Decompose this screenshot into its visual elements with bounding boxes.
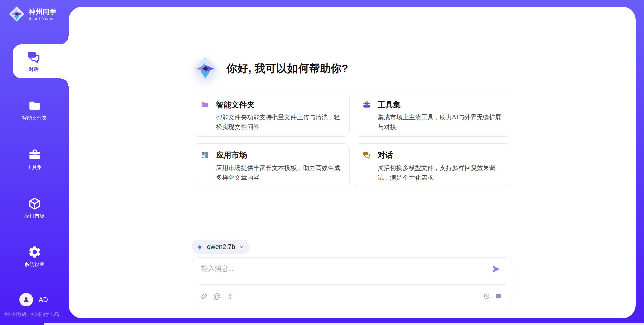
- horizontal-scrollbar[interactable]: [44, 323, 644, 325]
- composer: @ #: [193, 257, 511, 305]
- sidebar-item-chat[interactable]: 对话: [13, 44, 69, 78]
- chat-bubbles-icon: [26, 50, 41, 64]
- sidebar-item-settings[interactable]: 系统设置: [0, 245, 69, 268]
- send-button[interactable]: [491, 264, 501, 274]
- avatar: [19, 293, 33, 306]
- sidebar-item-label: 系统设置: [0, 261, 69, 268]
- history-icon: [483, 292, 490, 300]
- feature-card-app-market[interactable]: 应用市场 应用市场提供丰富长文本模板，助力高效生成多样化文章内容: [193, 143, 350, 187]
- card-title: 应用市场: [216, 150, 247, 160]
- cube-icon: [28, 197, 42, 211]
- card-head: 工具集: [362, 100, 507, 109]
- feature-card-toolset[interactable]: 工具集 集成市场上主流工具，助力AI与外界无缝扩展与对接: [355, 93, 511, 137]
- user-initials: AD: [39, 296, 48, 304]
- card-title: 智能文件夹: [216, 100, 255, 110]
- sidebar-item-label: 智能文件夹: [0, 115, 69, 121]
- sidebar-item-label: 对话: [13, 66, 54, 73]
- sidebar-item-toolset[interactable]: 工具集: [0, 148, 69, 171]
- brand-tagline: Smart Vision: [29, 16, 57, 20]
- brand-name: 神州问学: [29, 8, 57, 16]
- card-description: 智能文件夹功能支持批量文件上传与清洗，轻松实现文件问答: [216, 112, 346, 132]
- topic-button[interactable]: #: [226, 292, 234, 301]
- chat-bubble-icon: [495, 292, 502, 300]
- diamond-logo-icon: [196, 243, 204, 251]
- model-selector[interactable]: qwen2:7b: [192, 240, 250, 254]
- brand-text: 神州问学 Smart Vision: [29, 8, 57, 20]
- card-head: 应用市场: [201, 150, 346, 160]
- copyright-footer: ©神州数码 · 神州问学出品: [4, 312, 59, 318]
- send-icon: [491, 264, 501, 274]
- card-description: 应用市场提供丰富长文本模板，助力高效生成多样化文章内容: [216, 163, 346, 182]
- message-input[interactable]: [201, 262, 484, 274]
- sidebar: 神州问学 Smart Vision 对话 智能文件夹 工具集 应用市场 系统设置: [0, 0, 69, 325]
- composer-tools: @ #: [200, 292, 234, 301]
- attach-button[interactable]: [200, 292, 208, 301]
- app-grid-icon: [201, 151, 209, 159]
- model-name: qwen2:7b: [207, 243, 235, 251]
- tab-top-fillet: [61, 36, 69, 44]
- brand-logo: 神州问学 Smart Vision: [8, 5, 57, 23]
- gear-icon: [28, 245, 42, 259]
- person-icon: [22, 295, 31, 304]
- diamond-logo-icon: [8, 5, 25, 23]
- composer-right-tools: [483, 292, 503, 300]
- card-description: 灵活切换多模型文件，支持多样回复效果调试，满足个性化需求: [378, 163, 507, 182]
- card-description: 集成市场上主流工具，助力AI与外界无缝扩展与对接: [378, 112, 507, 132]
- paperclip-icon: [201, 293, 208, 300]
- chevron-down-icon: [239, 244, 244, 250]
- greeting-title: 你好, 我可以如何帮助你?: [226, 61, 348, 76]
- card-title: 对话: [378, 150, 393, 160]
- composer-divider: [198, 284, 506, 285]
- mention-button[interactable]: @: [213, 292, 221, 301]
- feature-card-smart-folders[interactable]: 智能文件夹 智能文件夹功能支持批量文件上传与清洗，轻松实现文件问答: [193, 93, 350, 137]
- toolbox-icon: [28, 148, 42, 162]
- feature-card-chat[interactable]: 对话 灵活切换多模型文件，支持多样回复效果调试，满足个性化需求: [355, 143, 511, 187]
- folder-icon: [28, 99, 42, 113]
- chat-bubbles-icon: [362, 151, 371, 159]
- sidebar-item-label: 工具集: [0, 164, 69, 171]
- sidebar-item-smart-folders[interactable]: 智能文件夹: [0, 99, 69, 121]
- tab-bottom-fillet: [61, 78, 69, 86]
- folder-open-icon: [201, 100, 209, 109]
- feature-cards: 智能文件夹 智能文件夹功能支持批量文件上传与清洗，轻松实现文件问答 工具集 集成…: [193, 93, 511, 187]
- history-button[interactable]: [483, 292, 491, 300]
- assistant-diamond-icon: [192, 55, 219, 82]
- toolbox-icon: [362, 100, 371, 109]
- sidebar-item-label: 应用市场: [0, 213, 69, 219]
- main-panel: 你好, 我可以如何帮助你? 智能文件夹 智能文件夹功能支持批量文件上传与清洗，轻…: [69, 7, 636, 318]
- user-profile[interactable]: AD: [19, 293, 48, 306]
- sidebar-item-app-market[interactable]: 应用市场: [0, 197, 69, 219]
- greeting: 你好, 我可以如何帮助你?: [192, 54, 348, 83]
- card-head: 智能文件夹: [201, 100, 346, 109]
- conversations-button[interactable]: [495, 292, 503, 300]
- card-head: 对话: [362, 150, 507, 160]
- app-window: 神州问学 Smart Vision 对话 智能文件夹 工具集 应用市场 系统设置: [0, 0, 644, 325]
- card-title: 工具集: [378, 100, 401, 110]
